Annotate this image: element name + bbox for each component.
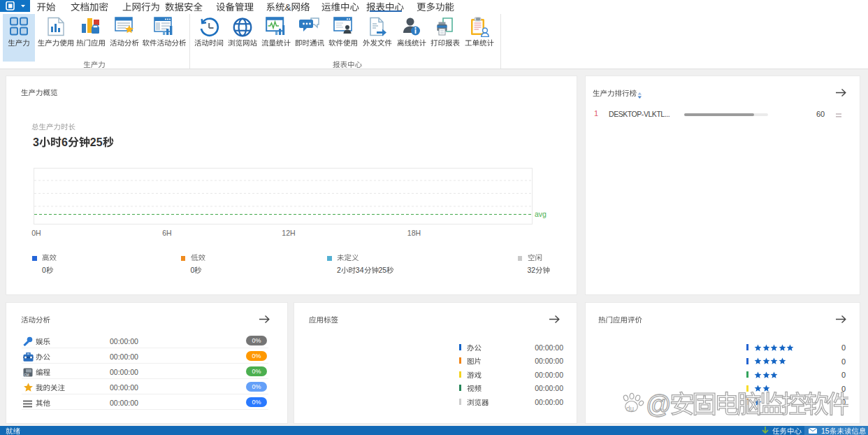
svg-text:CM: CM [24,373,29,377]
svg-text:du: du [626,405,634,413]
